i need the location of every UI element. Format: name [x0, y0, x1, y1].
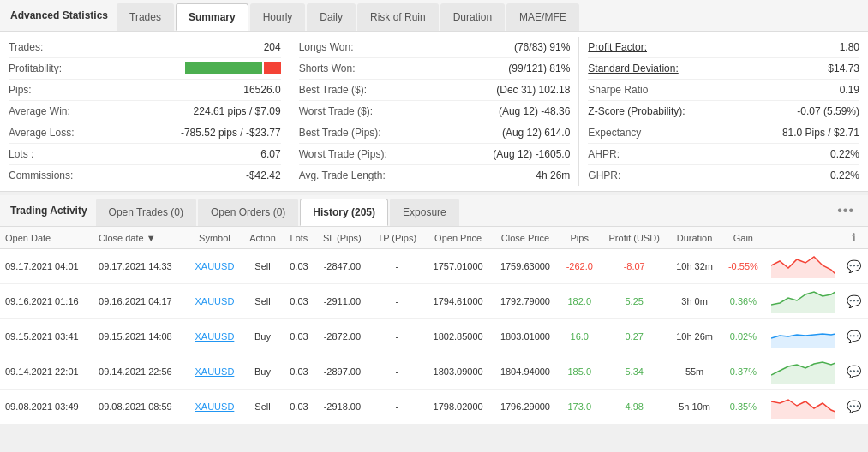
cell-duration: 55m: [668, 354, 721, 390]
table-row: 09.15.2021 03:41 09.15.2021 14:08 XAUUSD…: [0, 319, 868, 354]
stat-worst-trade-usd: Worst Trade ($): (Aug 12) -48.36: [299, 101, 571, 122]
th-pips[interactable]: Pips: [559, 227, 600, 249]
stat-lots: Lots : 6.07: [9, 144, 281, 165]
stat-profitability: Profitability:: [9, 58, 281, 80]
th-profit[interactable]: Profit (USD): [600, 227, 668, 249]
th-symbol[interactable]: Symbol: [187, 227, 242, 249]
th-open-date[interactable]: Open Date: [0, 227, 93, 249]
cell-sl: -2847.00: [315, 249, 369, 284]
stat-zscore: Z-Score (Probability): -0.07 (5.59%): [588, 101, 859, 122]
cell-action: Buy: [242, 354, 284, 390]
cell-comment[interactable]: 💬: [841, 319, 868, 354]
th-action[interactable]: Action: [242, 227, 284, 249]
cell-open-date: 09.17.2021 04:01: [0, 249, 93, 284]
cell-open-price: 1802.85000: [424, 319, 491, 354]
tab-exposure[interactable]: Exposure: [390, 199, 459, 226]
stat-average-loss: Average Loss: -785.52 pips / -$23.77: [9, 122, 281, 144]
cell-chart: [766, 390, 841, 425]
tab-hourly[interactable]: Hourly: [250, 3, 306, 31]
stat-trades: Trades: 204: [9, 37, 281, 58]
tab-risk-of-ruin[interactable]: Risk of Ruin: [357, 3, 439, 31]
th-duration[interactable]: Duration: [668, 227, 721, 249]
th-tp[interactable]: TP (Pips): [369, 227, 424, 249]
cell-duration: 3h 0m: [668, 284, 721, 319]
cell-lots: 0.03: [283, 249, 314, 284]
trades-table: Open Date Close date ▼ Symbol Action Lot…: [0, 227, 868, 425]
tab-daily[interactable]: Daily: [307, 3, 356, 31]
more-options-button[interactable]: •••: [830, 198, 861, 223]
th-close-date[interactable]: Close date ▼: [93, 227, 187, 249]
cell-sl: -2872.00: [315, 319, 369, 354]
tab-mae-mfe[interactable]: MAE/MFE: [506, 3, 579, 31]
stat-longs-won: Longs Won: (76/83) 91%: [299, 37, 571, 58]
tab-open-orders[interactable]: Open Orders (0): [198, 199, 298, 226]
tab-history[interactable]: History (205): [300, 199, 388, 226]
cell-symbol[interactable]: XAUUSD: [187, 354, 242, 390]
th-sl[interactable]: SL (Pips): [315, 227, 369, 249]
cell-open-date: 09.14.2021 22:01: [0, 354, 93, 390]
info-icon: ℹ: [852, 231, 856, 244]
cell-sl: -2918.00: [315, 390, 369, 425]
cell-chart: [766, 354, 841, 390]
stat-commissions: Commissions: -$42.42: [9, 165, 281, 186]
cell-close-date: 09.14.2021 22:56: [93, 354, 187, 390]
stat-sharpe-ratio: Sharpe Ratio 0.19: [588, 80, 859, 101]
cell-chart: [766, 249, 841, 284]
tab-summary[interactable]: Summary: [176, 3, 248, 31]
stat-shorts-won: Shorts Won: (99/121) 81%: [299, 58, 571, 80]
stat-best-trade-pips: Best Trade (Pips): (Aug 12) 614.0: [299, 122, 571, 144]
stat-ghpr: GHPR: 0.22%: [588, 165, 859, 186]
cell-close-price: 1803.01000: [492, 319, 559, 354]
cell-lots: 0.03: [283, 390, 314, 425]
stat-average-win: Average Win: 224.61 pips / $7.09: [9, 101, 281, 122]
tab-open-trades[interactable]: Open Trades (0): [96, 199, 196, 226]
tab-duration[interactable]: Duration: [440, 3, 505, 31]
cell-comment[interactable]: 💬: [841, 249, 868, 284]
cell-gain: 0.37%: [721, 354, 765, 390]
cell-pips: 173.0: [559, 390, 600, 425]
stats-col1: Trades: 204 Profitability: Pips: 16526.0…: [0, 37, 290, 186]
stat-pips: Pips: 16526.0: [9, 80, 281, 101]
cell-action: Buy: [242, 319, 284, 354]
cell-open-date: 09.16.2021 01:16: [0, 284, 93, 319]
th-lots[interactable]: Lots: [283, 227, 314, 249]
table-row: 09.16.2021 01:16 09.16.2021 04:17 XAUUSD…: [0, 284, 868, 319]
cell-pips: 185.0: [559, 354, 600, 390]
cell-tp: -: [369, 319, 424, 354]
cell-chart: [766, 319, 841, 354]
cell-symbol[interactable]: XAUUSD: [187, 319, 242, 354]
th-close-price[interactable]: Close Price: [492, 227, 559, 249]
cell-profit: 0.27: [600, 319, 668, 354]
cell-open-price: 1798.02000: [424, 390, 491, 425]
cell-pips: 16.0: [559, 319, 600, 354]
th-open-price[interactable]: Open Price: [424, 227, 491, 249]
cell-symbol[interactable]: XAUUSD: [187, 390, 242, 425]
cell-gain: 0.36%: [721, 284, 765, 319]
tab-trades[interactable]: Trades: [117, 3, 174, 31]
cell-chart: [766, 284, 841, 319]
cell-close-date: 09.16.2021 04:17: [93, 284, 187, 319]
cell-symbol[interactable]: XAUUSD: [187, 249, 242, 284]
cell-tp: -: [369, 284, 424, 319]
cell-gain: 0.35%: [721, 390, 765, 425]
cell-comment[interactable]: 💬: [841, 284, 868, 319]
stats-col3: Profit Factor: 1.80 Standard Deviation: …: [578, 37, 868, 186]
th-gain[interactable]: Gain: [721, 227, 765, 249]
cell-close-price: 1804.94000: [492, 354, 559, 390]
cell-symbol[interactable]: XAUUSD: [187, 284, 242, 319]
cell-lots: 0.03: [283, 354, 314, 390]
cell-profit: 5.34: [600, 354, 668, 390]
stat-worst-trade-pips: Worst Trade (Pips): (Aug 12) -1605.0: [299, 144, 571, 165]
cell-profit: -8.07: [600, 249, 668, 284]
table-row: 09.17.2021 04:01 09.17.2021 14:33 XAUUSD…: [0, 249, 868, 284]
bar-green: [185, 62, 262, 74]
cell-tp: -: [369, 249, 424, 284]
stat-std-deviation: Standard Deviation: $14.73: [588, 58, 859, 80]
cell-duration: 10h 26m: [668, 319, 721, 354]
cell-comment[interactable]: 💬: [841, 354, 868, 390]
cell-comment[interactable]: 💬: [841, 390, 868, 425]
cell-close-price: 1759.63000: [492, 249, 559, 284]
table-row: 09.14.2021 22:01 09.14.2021 22:56 XAUUSD…: [0, 354, 868, 390]
bar-red: [264, 62, 281, 74]
cell-open-date: 09.08.2021 03:49: [0, 390, 93, 425]
